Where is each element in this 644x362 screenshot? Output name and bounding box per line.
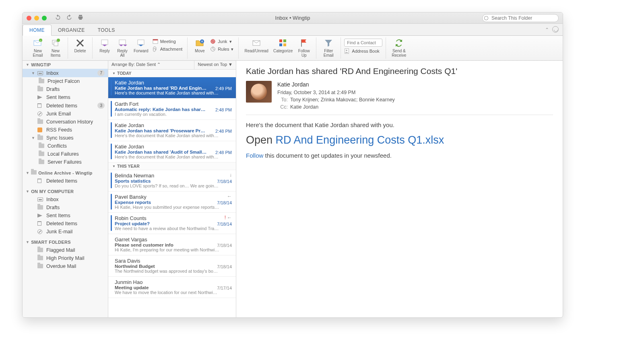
smart-folders-header[interactable]: ▼SMART FOLDERS bbox=[23, 238, 108, 246]
nav-flagged-mail[interactable]: Flagged Mail bbox=[23, 246, 108, 254]
feedback-smile-icon[interactable] bbox=[552, 26, 559, 33]
message-item[interactable]: Katie JordanKatie Jordan has shared 'Pro… bbox=[108, 120, 236, 141]
envelope-new-icon: + bbox=[33, 38, 43, 48]
cc-label: Cc: bbox=[277, 103, 288, 111]
print-icon[interactable] bbox=[77, 14, 84, 22]
nav-high-priority[interactable]: High Priority Mail bbox=[23, 254, 108, 262]
nav-junk[interactable]: Junk Email bbox=[23, 110, 108, 118]
minimize-window-button[interactable] bbox=[34, 16, 39, 21]
meeting-button[interactable]: Meeting bbox=[151, 38, 184, 45]
message-meta: Katie Jordan Friday, October 3, 2014 at … bbox=[277, 81, 395, 111]
message-from: Robin Counts bbox=[115, 215, 232, 221]
nav-server-failures[interactable]: Server Failures bbox=[23, 158, 108, 166]
message-from: Katie Jordan bbox=[115, 144, 232, 150]
rules-button[interactable]: Rules ▾ bbox=[208, 46, 235, 52]
tab-organize[interactable]: ORGANIZE bbox=[52, 25, 91, 35]
zoom-window-button[interactable] bbox=[42, 16, 47, 21]
message-item[interactable]: Garret VargasPlease send customer infoHi… bbox=[108, 234, 236, 255]
nav-sync-issues[interactable]: ▼Sync Issues bbox=[23, 134, 108, 142]
read-unread-button[interactable]: Read/Unread bbox=[242, 37, 270, 53]
nav-rss[interactable]: RSS Feeds bbox=[23, 126, 108, 134]
nav-conflicts[interactable]: Conflicts bbox=[23, 142, 108, 150]
filter-email-button[interactable]: FilterEmail bbox=[320, 37, 337, 58]
new-email-button[interactable]: +NewEmail bbox=[29, 37, 47, 58]
nav-local-failures[interactable]: Local Failures bbox=[23, 150, 108, 158]
account-header[interactable]: ▼WINGTIP bbox=[23, 61, 108, 69]
message-item[interactable]: Sara DavisNorthwind BudgetThe Northwind … bbox=[108, 255, 236, 277]
tab-tools[interactable]: TOOLS bbox=[91, 25, 122, 35]
nav-archive-deleted[interactable]: Deleted Items bbox=[23, 177, 108, 185]
arrange-bar: Arrange By: Date Sent ⌃ Newest on Top ▼ bbox=[108, 61, 236, 70]
address-book-button[interactable]: Address Book bbox=[344, 48, 382, 54]
message-item[interactable]: Katie JordanKatie Jordan has shared 'RD … bbox=[108, 77, 236, 99]
send-receive-button[interactable]: Send &Receive bbox=[389, 37, 409, 58]
to-label: To: bbox=[277, 96, 288, 103]
nav-project-falcon[interactable]: Project Falcon bbox=[23, 77, 108, 85]
categorize-button[interactable]: Categorize bbox=[271, 37, 295, 53]
message-preview: Hi Katie, I'm preparing for our meeting … bbox=[115, 247, 219, 252]
sync-arrows-icon bbox=[394, 38, 404, 48]
nav-inbox[interactable]: ▼Inbox7 bbox=[23, 69, 108, 77]
collapse-ribbon-icon[interactable]: ⌃ bbox=[545, 27, 549, 33]
to-recipients: Tony Krijnen; Zrinka Makovac; Bonnie Kea… bbox=[290, 97, 395, 103]
group-year[interactable]: ▼THIS YEAR bbox=[108, 162, 236, 170]
message-item[interactable]: Belinda NewmanSports statisticsDo you LO… bbox=[108, 170, 236, 191]
message-time: 2:48 PM bbox=[215, 150, 232, 155]
follow-up-button[interactable]: FollowUp bbox=[295, 37, 313, 58]
message-date: Friday, October 3, 2014 at 2:49 PM bbox=[277, 89, 395, 96]
follow-link[interactable]: Follow bbox=[246, 152, 263, 159]
message-item[interactable]: Junmin HaoMeeting updateWe have to move … bbox=[108, 277, 236, 298]
tab-home[interactable]: HOME bbox=[23, 25, 52, 36]
trash-icon bbox=[37, 103, 43, 108]
inbox-icon bbox=[37, 71, 43, 76]
folder-icon bbox=[37, 136, 43, 140]
nav-deleted[interactable]: Deleted Items3 bbox=[23, 101, 108, 110]
arrange-by-button[interactable]: Arrange By: Date Sent ⌃ bbox=[108, 61, 194, 69]
attachment-button[interactable]: Attachment bbox=[151, 46, 184, 52]
ribbon: +NewEmail NewItems Delete Reply ReplyAll… bbox=[23, 36, 563, 61]
nav-comp-junk[interactable]: Junk E-mail bbox=[23, 228, 108, 236]
message-from: Belinda Newman bbox=[115, 173, 232, 179]
message-item[interactable]: Katie JordanKatie Jordan has shared 'Aud… bbox=[108, 141, 236, 162]
nav-comp-sent[interactable]: Sent Items bbox=[23, 212, 108, 220]
message-item[interactable]: Pavel BanskyExpense reportsHi Katie, Hav… bbox=[108, 191, 236, 213]
nav-drafts[interactable]: Drafts bbox=[23, 85, 108, 93]
group-today[interactable]: ▼TODAY bbox=[108, 70, 236, 77]
new-items-icon bbox=[51, 38, 60, 48]
nav-comp-inbox[interactable]: Inbox bbox=[23, 195, 108, 204]
message-item[interactable]: Garth FortAutomatic reply: Katie Jordan … bbox=[108, 99, 236, 120]
trash-icon bbox=[37, 221, 43, 226]
message-item[interactable]: Robin CountsProject update?We need to ha… bbox=[108, 213, 236, 234]
envelope-icon bbox=[252, 38, 261, 48]
nav-sent[interactable]: Sent Items bbox=[23, 93, 108, 101]
nav-overdue-mail[interactable]: Overdue Mail bbox=[23, 262, 108, 270]
on-my-computer-header[interactable]: ▼ON MY COMPUTER bbox=[23, 187, 108, 195]
search-input[interactable] bbox=[482, 14, 559, 22]
new-items-button[interactable]: NewItems bbox=[47, 37, 64, 58]
nav-conversation-history[interactable]: Conversation History bbox=[23, 118, 108, 126]
message-header: Katie Jordan Friday, October 3, 2014 at … bbox=[246, 81, 553, 115]
message-preview: We need to have a review about the North… bbox=[115, 226, 219, 231]
svg-rect-19 bbox=[283, 43, 286, 46]
archive-header[interactable]: ▼Online Archive - Wingtip bbox=[23, 169, 108, 177]
nav-comp-drafts[interactable]: Drafts bbox=[23, 204, 108, 212]
redo-icon[interactable] bbox=[66, 14, 72, 22]
sender-name: Katie Jordan bbox=[277, 81, 395, 88]
undo-icon[interactable] bbox=[55, 14, 61, 22]
svg-text:+: + bbox=[40, 39, 41, 42]
move-button[interactable]: Move bbox=[191, 37, 208, 53]
reply-all-button[interactable]: ReplyAll bbox=[114, 37, 131, 58]
junk-button[interactable]: Junk ▾ bbox=[208, 38, 235, 45]
close-window-button[interactable] bbox=[27, 16, 31, 21]
document-link[interactable]: RD And Engineering Costs Q1.xlsx bbox=[276, 134, 444, 146]
junk-folder-icon bbox=[37, 111, 43, 116]
find-contact-input[interactable] bbox=[344, 39, 382, 47]
reply-button[interactable]: Reply bbox=[96, 37, 114, 53]
delete-button[interactable]: Delete bbox=[71, 37, 89, 53]
nav-comp-deleted[interactable]: Deleted Items bbox=[23, 220, 108, 228]
forward-button[interactable]: Forward bbox=[131, 37, 151, 53]
deleted-count-badge: 3 bbox=[97, 103, 105, 109]
sort-order-button[interactable]: Newest on Top ▼ bbox=[194, 61, 236, 69]
message-preview: Hi Katie, Have you submitted your expens… bbox=[115, 205, 219, 210]
message-subject-preview: Project update? bbox=[115, 221, 207, 226]
